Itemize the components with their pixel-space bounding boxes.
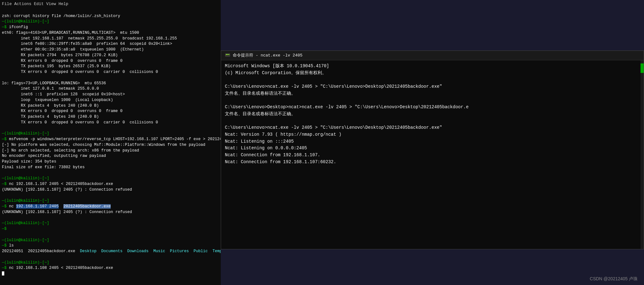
terminal-output: zsh: corrupt history file /home/lulin/.z… [2, 8, 219, 282]
cmd-icon: 📟 [225, 52, 230, 59]
right-terminal-titlebar: 📟 命令提示符 - ncat.exe -lv 2405 [221, 51, 644, 60]
right-background-bottom [221, 249, 644, 285]
watermark: CSDN @20212405 卢珠 [590, 276, 638, 282]
right-terminal-title: 命令提示符 - ncat.exe -lv 2405 [233, 52, 302, 59]
scrollbar[interactable] [641, 60, 644, 249]
menu-bar: File Actions Edit View Help [2, 1, 219, 7]
left-terminal[interactable]: File Actions Edit View Help zsh: corrupt… [0, 0, 221, 285]
right-background-top [221, 0, 644, 50]
scrollbar-thumb[interactable] [641, 63, 644, 73]
right-terminal-content: Microsoft Windows [版本 10.0.19045.4170] (… [221, 60, 644, 175]
right-terminal[interactable]: 📟 命令提示符 - ncat.exe -lv 2405 Microsoft Wi… [221, 50, 644, 249]
